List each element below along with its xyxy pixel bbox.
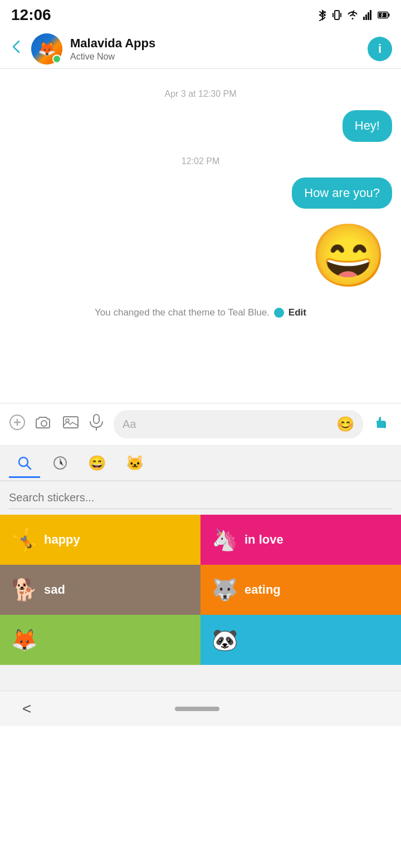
svg-rect-0 [335, 11, 339, 19]
info-icon: i [378, 42, 382, 56]
thumbs-up-button[interactable] [373, 413, 392, 436]
contact-name: Malavida Apps [70, 36, 368, 51]
wifi-icon [346, 10, 359, 20]
battery-icon [378, 11, 390, 19]
svg-line-17 [27, 465, 31, 469]
theme-change-text: You changed the chat theme to Teal Blue. [95, 307, 270, 318]
status-icons [317, 9, 390, 21]
info-button[interactable]: i [368, 37, 392, 61]
chat-header: 🦊 Malavida Apps Active Now i [0, 29, 401, 69]
nav-back-button[interactable]: < [22, 700, 31, 718]
theme-change-notice: You changed the chat theme to Teal Blue.… [9, 307, 392, 318]
large-emoji: 😄 [310, 220, 387, 292]
teal-color-dot [274, 308, 284, 318]
back-button[interactable] [9, 38, 25, 59]
microphone-button[interactable] [89, 414, 104, 435]
svg-rect-6 [370, 10, 371, 20]
message-row-2: How are you? [9, 177, 392, 209]
message-bubble-2: How are you? [292, 177, 392, 209]
vibrate-icon [332, 9, 342, 21]
bluetooth-icon [317, 9, 327, 21]
category-eating[interactable]: 🐺 eating [200, 565, 401, 615]
contact-status: Active Now [70, 52, 368, 62]
svg-rect-8 [388, 13, 390, 17]
sticker-panel: 😄 🐱 🤸 happy 🦄 in love 🐕 sad 🐺 eating 🦊 [0, 446, 401, 691]
timestamp-2: 12:02 PM [9, 156, 392, 166]
message-placeholder: Aa [123, 418, 331, 431]
sticker-tab-happy[interactable]: 😄 [80, 449, 114, 477]
in-love-emoji: 🦄 [212, 527, 238, 552]
category-in-love[interactable]: 🦄 in love [200, 515, 401, 565]
message-input-area[interactable]: Aa 😊 [114, 410, 363, 438]
sad-emoji: 🐕 [11, 578, 37, 602]
plus-button[interactable] [9, 414, 26, 435]
chat-area: Apr 3 at 12:30 PM Hey! 12:02 PM How are … [0, 69, 401, 403]
svg-rect-2 [340, 13, 341, 17]
signal-icon [363, 10, 373, 20]
happy-emoji: 🤸 [11, 527, 37, 552]
category-happy-label: happy [44, 532, 80, 547]
svg-rect-1 [332, 13, 334, 17]
nav-bar: < [0, 691, 401, 726]
svg-point-11 [41, 421, 47, 426]
sticker-tabs: 😄 🐱 [0, 446, 401, 481]
chat-header-info: Malavida Apps Active Now [70, 36, 368, 62]
message-row-1: Hey! [9, 110, 392, 142]
pusheen-emoji-tab: 🐱 [126, 455, 144, 472]
sticker-search-input[interactable] [9, 487, 392, 509]
svg-rect-12 [63, 417, 78, 428]
camera-button[interactable] [36, 415, 52, 434]
category-in-love-label: in love [244, 532, 283, 547]
svg-rect-3 [363, 17, 365, 20]
more2-emoji: 🐼 [212, 628, 238, 652]
happy-emoji-tab: 😄 [88, 455, 106, 472]
online-indicator [52, 55, 61, 63]
svg-rect-4 [365, 14, 367, 20]
emoji-button[interactable]: 😊 [336, 416, 354, 433]
input-bar: Aa 😊 [0, 403, 401, 446]
gallery-button[interactable] [62, 415, 79, 434]
category-sad[interactable]: 🐕 sad [0, 565, 200, 615]
svg-rect-14 [94, 415, 99, 423]
clock-icon [52, 455, 68, 471]
category-sad-label: sad [44, 583, 65, 597]
search-icon [17, 455, 32, 471]
category-happy[interactable]: 🤸 happy [0, 515, 200, 565]
status-bar: 12:06 [0, 0, 401, 29]
emoji-reaction: 😄 [9, 220, 387, 292]
category-more-2[interactable]: 🐼 [200, 615, 401, 665]
svg-rect-5 [368, 12, 369, 20]
nav-pill [175, 707, 219, 711]
sticker-tab-recent[interactable] [45, 450, 76, 476]
category-more-1[interactable]: 🦊 [0, 615, 200, 665]
theme-edit-link[interactable]: Edit [288, 307, 306, 318]
sticker-tab-search[interactable] [9, 450, 40, 478]
status-time: 12:06 [11, 6, 51, 24]
category-eating-label: eating [244, 583, 281, 597]
sticker-tab-pusheen[interactable]: 🐱 [118, 449, 151, 477]
eating-emoji: 🐺 [212, 578, 238, 602]
sticker-search-bar [0, 481, 401, 515]
avatar-container: 🦊 [31, 33, 62, 65]
message-bubble-1: Hey! [343, 110, 392, 142]
sticker-categories: 🤸 happy 🦄 in love 🐕 sad 🐺 eating 🦊 🐼 [0, 515, 401, 665]
more1-emoji: 🦊 [11, 628, 37, 652]
timestamp-1: Apr 3 at 12:30 PM [9, 89, 392, 99]
